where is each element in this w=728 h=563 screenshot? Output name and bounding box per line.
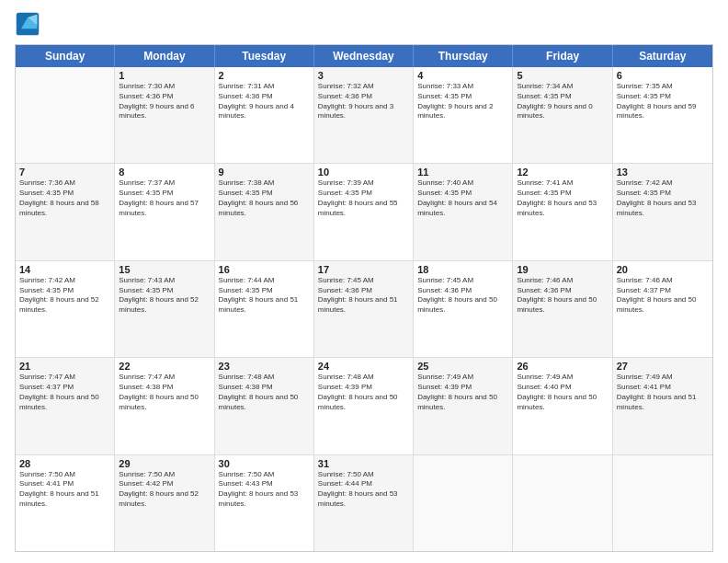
calendar-cell: 2Sunrise: 7:31 AM Sunset: 4:36 PM Daylig… [215,67,314,163]
calendar-cell [16,67,115,163]
header-sunday: Sunday [16,45,115,67]
calendar-header: Sunday Monday Tuesday Wednesday Thursday… [16,45,712,67]
day-number: 9 [219,167,310,178]
day-number: 28 [19,458,110,469]
cell-info: Sunrise: 7:46 AM Sunset: 4:36 PM Dayligh… [517,276,608,316]
calendar: Sunday Monday Tuesday Wednesday Thursday… [15,44,713,552]
day-number: 24 [318,361,409,372]
day-number: 31 [318,458,409,469]
day-number: 25 [417,361,508,372]
day-number: 8 [119,167,210,178]
calendar-row: 1Sunrise: 7:30 AM Sunset: 4:36 PM Daylig… [16,67,712,164]
calendar-cell: 19Sunrise: 7:46 AM Sunset: 4:36 PM Dayli… [513,261,612,357]
calendar-cell: 29Sunrise: 7:50 AM Sunset: 4:42 PM Dayli… [115,455,214,551]
calendar-cell: 26Sunrise: 7:49 AM Sunset: 4:40 PM Dayli… [513,358,612,454]
day-number: 27 [617,361,709,372]
day-number: 11 [417,167,508,178]
day-number: 14 [19,264,110,275]
cell-info: Sunrise: 7:47 AM Sunset: 4:38 PM Dayligh… [119,373,210,412]
calendar-cell: 27Sunrise: 7:49 AM Sunset: 4:41 PM Dayli… [613,358,712,454]
logo-icon [15,11,40,37]
cell-info: Sunrise: 7:35 AM Sunset: 4:35 PM Dayligh… [617,82,709,121]
calendar-cell: 31Sunrise: 7:50 AM Sunset: 4:44 PM Dayli… [314,455,414,551]
day-number: 12 [517,167,608,178]
header-saturday: Saturday [613,45,712,67]
calendar-cell: 15Sunrise: 7:43 AM Sunset: 4:35 PM Dayli… [115,261,214,357]
day-number: 4 [417,70,508,81]
header [15,11,713,37]
calendar-cell [414,455,513,551]
cell-info: Sunrise: 7:38 AM Sunset: 4:35 PM Dayligh… [219,178,310,218]
calendar-cell: 30Sunrise: 7:50 AM Sunset: 4:43 PM Dayli… [215,455,314,551]
cell-info: Sunrise: 7:41 AM Sunset: 4:35 PM Dayligh… [517,178,608,218]
calendar-cell: 21Sunrise: 7:47 AM Sunset: 4:37 PM Dayli… [16,358,115,454]
calendar-cell [513,455,612,551]
calendar-row: 28Sunrise: 7:50 AM Sunset: 4:41 PM Dayli… [16,455,712,551]
day-number: 5 [517,70,608,81]
cell-info: Sunrise: 7:50 AM Sunset: 4:42 PM Dayligh… [119,470,210,510]
calendar-cell: 3Sunrise: 7:32 AM Sunset: 4:36 PM Daylig… [314,67,414,163]
day-number: 22 [119,361,210,372]
cell-info: Sunrise: 7:49 AM Sunset: 4:40 PM Dayligh… [517,373,608,412]
day-number: 19 [517,264,608,275]
cell-info: Sunrise: 7:36 AM Sunset: 4:35 PM Dayligh… [19,178,110,218]
cell-info: Sunrise: 7:32 AM Sunset: 4:36 PM Dayligh… [318,82,409,121]
cell-info: Sunrise: 7:39 AM Sunset: 4:35 PM Dayligh… [318,178,409,218]
day-number: 17 [318,264,409,275]
calendar-cell: 4Sunrise: 7:33 AM Sunset: 4:35 PM Daylig… [414,67,513,163]
day-number: 7 [19,167,110,178]
calendar-row: 7Sunrise: 7:36 AM Sunset: 4:35 PM Daylig… [16,164,712,260]
calendar-cell: 18Sunrise: 7:45 AM Sunset: 4:36 PM Dayli… [414,261,513,357]
cell-info: Sunrise: 7:45 AM Sunset: 4:36 PM Dayligh… [318,276,409,316]
calendar-cell: 8Sunrise: 7:37 AM Sunset: 4:35 PM Daylig… [115,164,214,259]
calendar-cell: 23Sunrise: 7:48 AM Sunset: 4:38 PM Dayli… [215,358,314,454]
cell-info: Sunrise: 7:34 AM Sunset: 4:35 PM Dayligh… [517,82,608,121]
calendar-cell: 20Sunrise: 7:46 AM Sunset: 4:37 PM Dayli… [613,261,712,357]
cell-info: Sunrise: 7:40 AM Sunset: 4:35 PM Dayligh… [417,178,508,218]
calendar-cell: 7Sunrise: 7:36 AM Sunset: 4:35 PM Daylig… [16,164,115,259]
cell-info: Sunrise: 7:33 AM Sunset: 4:35 PM Dayligh… [417,82,508,121]
cell-info: Sunrise: 7:47 AM Sunset: 4:37 PM Dayligh… [19,373,110,412]
day-number: 29 [119,458,210,469]
cell-info: Sunrise: 7:49 AM Sunset: 4:39 PM Dayligh… [417,373,508,412]
day-number: 10 [318,167,409,178]
cell-info: Sunrise: 7:45 AM Sunset: 4:36 PM Dayligh… [417,276,508,316]
calendar-cell: 22Sunrise: 7:47 AM Sunset: 4:38 PM Dayli… [115,358,214,454]
cell-info: Sunrise: 7:48 AM Sunset: 4:38 PM Dayligh… [219,373,310,412]
cell-info: Sunrise: 7:43 AM Sunset: 4:35 PM Dayligh… [119,276,210,316]
header-tuesday: Tuesday [215,45,314,67]
calendar-cell: 14Sunrise: 7:42 AM Sunset: 4:35 PM Dayli… [16,261,115,357]
cell-info: Sunrise: 7:31 AM Sunset: 4:36 PM Dayligh… [219,82,310,121]
day-number: 30 [219,458,310,469]
cell-info: Sunrise: 7:44 AM Sunset: 4:35 PM Dayligh… [219,276,310,316]
cell-info: Sunrise: 7:30 AM Sunset: 4:36 PM Dayligh… [119,82,210,121]
header-friday: Friday [513,45,612,67]
calendar-cell: 6Sunrise: 7:35 AM Sunset: 4:35 PM Daylig… [613,67,712,163]
calendar-cell: 25Sunrise: 7:49 AM Sunset: 4:39 PM Dayli… [414,358,513,454]
cell-info: Sunrise: 7:50 AM Sunset: 4:41 PM Dayligh… [19,470,110,510]
day-number: 13 [617,167,709,178]
calendar-cell: 9Sunrise: 7:38 AM Sunset: 4:35 PM Daylig… [215,164,314,259]
calendar-body: 1Sunrise: 7:30 AM Sunset: 4:36 PM Daylig… [16,67,712,551]
calendar-cell: 1Sunrise: 7:30 AM Sunset: 4:36 PM Daylig… [115,67,214,163]
cell-info: Sunrise: 7:50 AM Sunset: 4:43 PM Dayligh… [219,470,310,510]
day-number: 6 [617,70,709,81]
calendar-cell [613,455,712,551]
cell-info: Sunrise: 7:48 AM Sunset: 4:39 PM Dayligh… [318,373,409,412]
cell-info: Sunrise: 7:46 AM Sunset: 4:37 PM Dayligh… [617,276,709,316]
calendar-cell: 13Sunrise: 7:42 AM Sunset: 4:35 PM Dayli… [613,164,712,259]
cell-info: Sunrise: 7:49 AM Sunset: 4:41 PM Dayligh… [617,373,709,412]
logo [15,11,44,37]
day-number: 1 [119,70,210,81]
day-number: 21 [19,361,110,372]
calendar-cell: 11Sunrise: 7:40 AM Sunset: 4:35 PM Dayli… [414,164,513,259]
cell-info: Sunrise: 7:37 AM Sunset: 4:35 PM Dayligh… [119,178,210,218]
calendar-cell: 28Sunrise: 7:50 AM Sunset: 4:41 PM Dayli… [16,455,115,551]
calendar-row: 21Sunrise: 7:47 AM Sunset: 4:37 PM Dayli… [16,358,712,454]
header-wednesday: Wednesday [314,45,414,67]
day-number: 15 [119,264,210,275]
day-number: 3 [318,70,409,81]
cell-info: Sunrise: 7:50 AM Sunset: 4:44 PM Dayligh… [318,470,409,510]
calendar-cell: 10Sunrise: 7:39 AM Sunset: 4:35 PM Dayli… [314,164,414,259]
page: Sunday Monday Tuesday Wednesday Thursday… [0,0,728,563]
